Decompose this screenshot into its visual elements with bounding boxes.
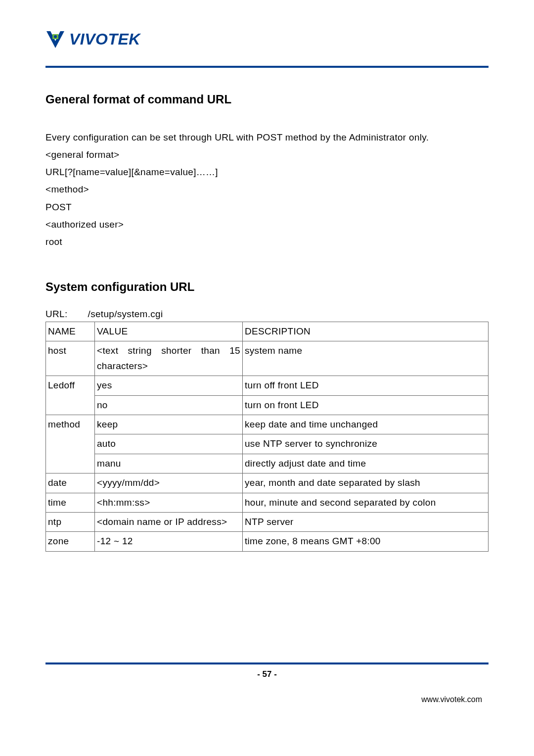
cell-name: zone bbox=[46, 532, 95, 551]
cell-desc: directly adjust date and time bbox=[243, 454, 489, 473]
table-row: host <text string shorter than 15 charac… bbox=[46, 341, 489, 376]
table-row: no turn on front LED bbox=[46, 395, 489, 415]
section1-heading: General format of command URL bbox=[45, 93, 489, 106]
cell-desc: year, month and date separated by slash bbox=[243, 473, 489, 493]
format-line: root bbox=[45, 233, 489, 250]
section2-heading: System configuration URL bbox=[45, 280, 489, 294]
cell-value: keep bbox=[95, 415, 243, 434]
cell-desc: hour, minute and second separated by col… bbox=[243, 493, 489, 512]
cell-name: Ledoff bbox=[46, 376, 95, 415]
logo-text: VIVOTEK bbox=[69, 30, 140, 48]
table-row: method keep keep date and time unchanged bbox=[46, 415, 489, 434]
section1-intro: Every configuration can be set through U… bbox=[45, 129, 489, 146]
cell-desc: keep date and time unchanged bbox=[243, 415, 489, 434]
format-line: <method> bbox=[45, 181, 489, 198]
format-line: URL[?[name=value][&name=value]……] bbox=[45, 163, 489, 181]
table-row: zone -12 ~ 12 time zone, 8 means GMT +8:… bbox=[46, 532, 489, 551]
table-row: manu directly adjust date and time bbox=[46, 454, 489, 473]
cell-name: date bbox=[46, 473, 95, 493]
format-block: <general format> URL[?[name=value][&name… bbox=[45, 146, 489, 250]
cell-name: ntp bbox=[46, 512, 95, 531]
cell-name: method bbox=[46, 415, 95, 473]
cell-name: host bbox=[46, 341, 95, 376]
cell-desc: turn on front LED bbox=[243, 395, 489, 415]
header-description: DESCRIPTION bbox=[243, 322, 489, 341]
table-row: Ledoff yes turn off front LED bbox=[46, 376, 489, 395]
footer-divider bbox=[45, 662, 489, 664]
cell-value: auto bbox=[95, 434, 243, 454]
page-container: VIVOTEK General format of command URL Ev… bbox=[0, 0, 534, 756]
cell-value: <domain name or IP address> bbox=[95, 512, 243, 531]
config-table: NAME VALUE DESCRIPTION host <text string… bbox=[45, 322, 489, 552]
url-value: /setup/system.cgi bbox=[88, 309, 163, 319]
header-divider bbox=[45, 66, 489, 68]
table-row: auto use NTP server to synchronize bbox=[46, 434, 489, 454]
footer-url: www.vivotek.com bbox=[421, 695, 482, 704]
svg-point-1 bbox=[54, 35, 57, 38]
cell-value: manu bbox=[95, 454, 243, 473]
cell-value: <text string shorter than 15 characters> bbox=[95, 341, 243, 376]
format-line: POST bbox=[45, 198, 489, 216]
format-line: <authorized user> bbox=[45, 216, 489, 233]
table-row: date <yyyy/mm/dd> year, month and date s… bbox=[46, 473, 489, 493]
cell-desc: turn off front LED bbox=[243, 376, 489, 395]
cell-value: no bbox=[95, 395, 243, 415]
logo-mark-icon bbox=[45, 27, 65, 51]
cell-value: yes bbox=[95, 376, 243, 395]
cell-name: time bbox=[46, 493, 95, 512]
table-row: time <hh:mm:ss> hour, minute and second … bbox=[46, 493, 489, 512]
cell-desc: NTP server bbox=[243, 512, 489, 531]
header-name: NAME bbox=[46, 322, 95, 341]
table-row: ntp <domain name or IP address> NTP serv… bbox=[46, 512, 489, 531]
cell-desc: use NTP server to synchronize bbox=[243, 434, 489, 454]
cell-desc: system name bbox=[243, 341, 489, 376]
format-line: <general format> bbox=[45, 146, 489, 163]
url-line: URL: /setup/system.cgi bbox=[45, 309, 489, 320]
header-value: VALUE bbox=[95, 322, 243, 341]
url-label: URL: bbox=[45, 309, 85, 320]
logo: VIVOTEK bbox=[45, 27, 489, 51]
page-number: - 57 - bbox=[0, 669, 534, 679]
cell-desc: time zone, 8 means GMT +8:00 bbox=[243, 532, 489, 551]
cell-value: <yyyy/mm/dd> bbox=[95, 473, 243, 493]
cell-value: <hh:mm:ss> bbox=[95, 493, 243, 512]
cell-value: -12 ~ 12 bbox=[95, 532, 243, 551]
table-header-row: NAME VALUE DESCRIPTION bbox=[46, 322, 489, 341]
